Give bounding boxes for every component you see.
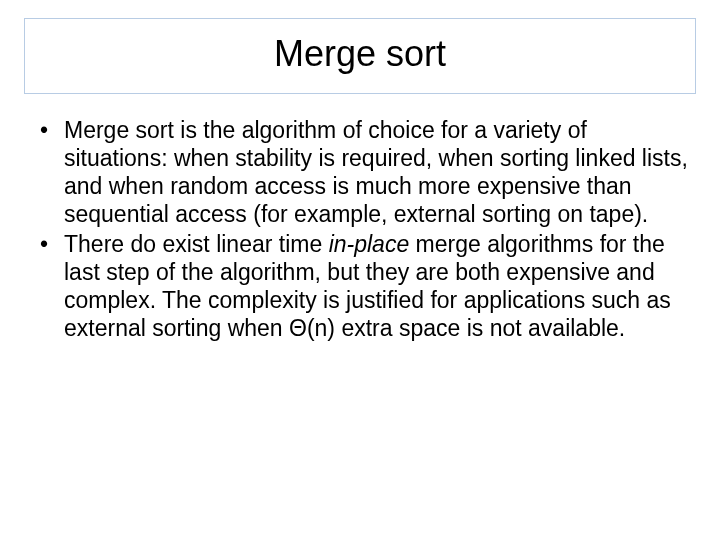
slide-title: Merge sort [45,33,675,75]
list-item: Merge sort is the algorithm of choice fo… [36,116,696,228]
bullet-text-before: There do exist linear time [64,231,329,257]
list-item: There do exist linear time in-place merg… [36,230,696,342]
bullet-list: Merge sort is the algorithm of choice fo… [24,116,696,342]
slide: Merge sort Merge sort is the algorithm o… [0,0,720,540]
bullet-text-before: Merge sort is the algorithm of choice fo… [64,117,688,227]
bullet-text-italic: in-place [329,231,410,257]
title-container: Merge sort [24,18,696,94]
